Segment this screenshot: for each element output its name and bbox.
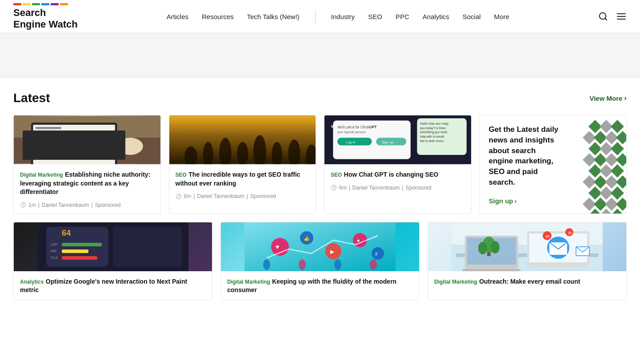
svg-rect-12 xyxy=(35,137,104,138)
signup-link[interactable]: Sign up › xyxy=(489,197,618,205)
svg-text:Hello! How can I help: Hello! How can I help xyxy=(420,122,448,126)
svg-rect-39 xyxy=(46,227,108,267)
svg-text:Sign up: Sign up xyxy=(382,140,393,144)
svg-rect-47 xyxy=(113,227,182,267)
svg-text:👍: 👍 xyxy=(304,235,310,241)
nav-seo[interactable]: SEO xyxy=(368,13,382,20)
article-meta-2: 🕐 6m | Daniel Tannenbaum | Sponsored xyxy=(176,193,310,199)
svg-text:FID: FID xyxy=(51,249,56,253)
article-body-6: Digital Marketing Outreach: Make every e… xyxy=(428,271,626,292)
article-time-2: 6m xyxy=(184,193,192,199)
svg-point-13 xyxy=(117,138,143,155)
view-more-label: View More xyxy=(589,95,622,102)
header-actions xyxy=(598,11,627,22)
laptop-illustration xyxy=(14,115,160,164)
svg-text:help with or would: help with or would xyxy=(420,135,444,138)
article-category-5: Digital Marketing xyxy=(227,279,270,285)
svg-text:Welcome to ChatGPT: Welcome to ChatGPT xyxy=(337,125,377,129)
nav-resources[interactable]: Resources xyxy=(202,13,234,20)
svg-text:▶: ▶ xyxy=(330,249,335,255)
site-header: Search Engine Watch Articles Resources T… xyxy=(0,0,640,33)
svg-text:♥: ♥ xyxy=(276,243,279,250)
article-card-1[interactable]: Digital Marketing Establishing niche aut… xyxy=(13,115,161,214)
article-sponsored-2: Sponsored xyxy=(250,193,276,199)
svg-line-1 xyxy=(605,18,607,20)
article-author-1: Daniel Tannenbaum xyxy=(42,202,89,208)
nav-industry[interactable]: Industry xyxy=(331,13,355,20)
article-author-3: Daniel Tannenbaum xyxy=(352,185,400,191)
article-card-6[interactable]: 15 20 Digital Marketing Outreach: Make e… xyxy=(428,222,627,301)
search-button[interactable] xyxy=(598,12,608,21)
menu-button[interactable] xyxy=(616,11,627,22)
nav-articles[interactable]: Articles xyxy=(167,13,188,20)
article-card-3[interactable]: Welcome to ChatGPT your OpenAI account L… xyxy=(324,115,472,214)
svg-rect-44 xyxy=(62,249,88,253)
article-image-1 xyxy=(14,115,160,164)
article-category-3: SEO xyxy=(331,172,342,178)
svg-text:#: # xyxy=(375,252,378,257)
article-card-4[interactable]: 64 LCP FID CLS Analytics Optimize Google… xyxy=(13,222,212,301)
clock-icon-1: 🕐 xyxy=(20,202,26,208)
signup-cta-label: Sign up xyxy=(489,197,513,205)
article-body-5: Digital Marketing Keeping up with the fl… xyxy=(221,271,419,300)
article-category-1: Digital Marketing xyxy=(20,172,63,178)
article-title-4: Optimize Google's new Interaction to Nex… xyxy=(20,278,187,294)
view-more-link[interactable]: View More › xyxy=(589,94,627,103)
signup-card: Get the Latest daily news and insights a… xyxy=(480,115,627,214)
primary-nav: Articles Resources Tech Talks (New!) Ind… xyxy=(167,10,509,23)
svg-text:20: 20 xyxy=(568,231,572,234)
article-card-5[interactable]: ♥ 👍 ▶ ♥ # xyxy=(220,222,420,301)
article-image-2 xyxy=(169,115,316,164)
ad-banner xyxy=(0,33,640,78)
nav-ppc[interactable]: PPC xyxy=(396,13,409,20)
nav-tech-talks[interactable]: Tech Talks (New!) xyxy=(247,13,300,20)
article-meta-3: 🕐 6m | Daniel Tannenbaum | Sponsored xyxy=(331,185,465,191)
svg-rect-46 xyxy=(62,256,97,260)
article-time-3: 6m xyxy=(339,185,347,191)
article-image-4: 64 LCP FID CLS xyxy=(14,222,212,271)
signup-text: Get the Latest daily news and insights a… xyxy=(489,124,560,188)
article-time-1: 1m xyxy=(28,202,36,208)
svg-point-62 xyxy=(334,259,341,270)
article-title-6: Outreach: Make every email count xyxy=(479,278,580,285)
logo[interactable]: Search Engine Watch xyxy=(13,3,78,30)
article-image-3: Welcome to ChatGPT your OpenAI account L… xyxy=(324,115,471,164)
article-body-2: SEO The incredible ways to get SEO traff… xyxy=(169,164,316,205)
nav-analytics[interactable]: Analytics xyxy=(423,13,449,20)
article-category-6: Digital Marketing xyxy=(434,279,477,285)
svg-point-61 xyxy=(299,259,306,270)
svg-text:64: 64 xyxy=(62,229,71,237)
search-icon xyxy=(598,12,608,21)
chatgpt-illustration: Welcome to ChatGPT your OpenAI account L… xyxy=(324,115,471,164)
svg-text:LCP: LCP xyxy=(51,242,58,246)
articles-row-2: 64 LCP FID CLS Analytics Optimize Google… xyxy=(13,222,627,301)
clock-icon-3: 🕐 xyxy=(331,185,337,190)
latest-section-header: Latest View More › xyxy=(13,91,627,105)
svg-text:Log in: Log in xyxy=(346,140,355,144)
svg-text:something you need: something you need xyxy=(420,131,447,134)
nav-social[interactable]: Social xyxy=(463,13,481,20)
svg-point-63 xyxy=(370,259,377,270)
chevron-right-icon: › xyxy=(624,94,627,103)
svg-text:your OpenAI account: your OpenAI account xyxy=(337,131,366,134)
svg-rect-10 xyxy=(35,131,108,132)
nav-more[interactable]: More xyxy=(494,13,509,20)
chevron-right-icon-signup: › xyxy=(515,197,517,205)
article-image-5: ♥ 👍 ▶ ♥ # xyxy=(221,222,419,271)
svg-point-81 xyxy=(478,242,487,254)
crowd-illustration xyxy=(169,115,316,164)
article-author-2: Daniel Tannenbaum xyxy=(197,193,244,199)
article-meta-1: 🕐 1m | Daniel Tannenbaum | Sponsored xyxy=(20,202,154,208)
svg-point-58 xyxy=(372,247,384,260)
svg-point-56 xyxy=(353,233,367,247)
clock-icon-2: 🕐 xyxy=(176,194,182,199)
svg-point-60 xyxy=(263,259,270,270)
main-content: Latest View More › xyxy=(0,78,640,309)
svg-point-82 xyxy=(491,241,500,253)
nav-divider xyxy=(315,10,316,23)
article-card-2[interactable]: SEO The incredible ways to get SEO traff… xyxy=(169,115,316,214)
article-sponsored-1: Sponsored xyxy=(95,202,120,208)
svg-rect-9 xyxy=(35,127,61,129)
article-title-2: The incredible ways to get SEO traffic w… xyxy=(176,171,300,187)
latest-title: Latest xyxy=(13,91,50,105)
